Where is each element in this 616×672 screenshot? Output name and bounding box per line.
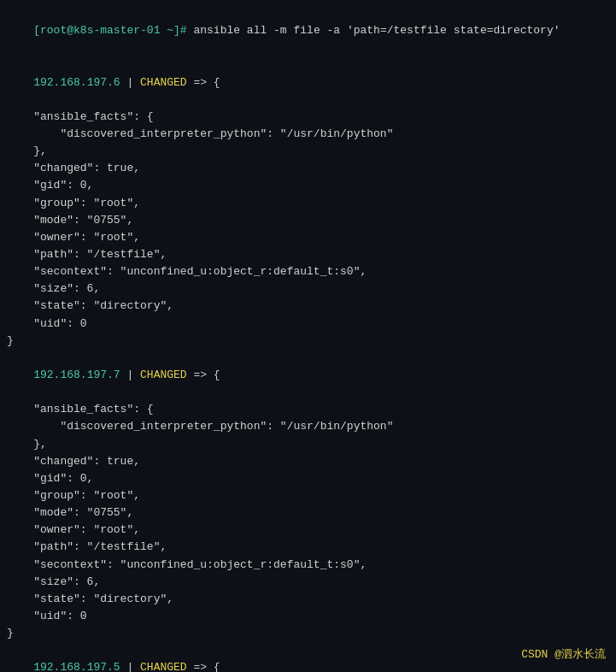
block-1-line-4: "changed": true, bbox=[7, 160, 609, 177]
block-2-line-7: "mode": "0755", bbox=[7, 504, 609, 522]
block-1-line-2: "discovered_interpreter_python": "/usr/b… bbox=[7, 126, 609, 143]
block-2-line-2: "discovered_interpreter_python": "/usr/b… bbox=[7, 418, 609, 435]
block-1-line-1: "ansible_facts": { bbox=[7, 109, 609, 126]
block-2-line-4: "changed": true, bbox=[7, 453, 609, 470]
block-2-line-3: }, bbox=[7, 436, 609, 453]
block-1-line-7: "mode": "0755", bbox=[7, 212, 609, 229]
prompt: [root@k8s-master-01 ~]# bbox=[33, 24, 193, 37]
block-1-line-6: "group": "root", bbox=[7, 195, 609, 212]
block-1-line-3: }, bbox=[7, 143, 609, 160]
block-1-line-11: "size": 6, bbox=[7, 280, 609, 298]
block-2-line-6: "group": "root", bbox=[7, 487, 609, 504]
terminal: [root@k8s-master-01 ~]# ansible all -m f… bbox=[0, 0, 616, 672]
block-1-line-5: "gid": 0, bbox=[7, 177, 609, 194]
block-1-line-12: "state": "directory", bbox=[7, 298, 609, 315]
command-line: [root@k8s-master-01 ~]# ansible all -m f… bbox=[7, 5, 609, 56]
block-2-line-13: "uid": 0 bbox=[7, 608, 609, 625]
block-2-line-8: "owner": "root", bbox=[7, 522, 609, 539]
block-1-close: } bbox=[7, 333, 609, 350]
block-1-line-10: "secontext": "unconfined_u:object_r:defa… bbox=[7, 263, 609, 280]
block-2-line-9: "path": "/testfile", bbox=[7, 539, 609, 556]
command-text: ansible all -m file -a 'path=/testfile s… bbox=[193, 24, 560, 37]
block-2-line-1: "ansible_facts": { bbox=[7, 401, 609, 418]
block-2-line-12: "state": "directory", bbox=[7, 591, 609, 608]
block-1-line-8: "owner": "root", bbox=[7, 229, 609, 246]
block-2-line-11: "size": 6, bbox=[7, 574, 609, 591]
watermark: CSDN @泗水长流 bbox=[521, 646, 606, 662]
block-2-header: 192.168.197.7 | CHANGED => { bbox=[7, 350, 609, 401]
block-1-line-13: "uid": 0 bbox=[7, 315, 609, 333]
block-1-header: 192.168.197.6 | CHANGED => { bbox=[7, 56, 609, 108]
block-1-line-9: "path": "/testfile", bbox=[7, 246, 609, 263]
block-2-line-10: "secontext": "unconfined_u:object_r:defa… bbox=[7, 557, 609, 574]
block-2-close: } bbox=[7, 625, 609, 642]
block-3-header: 192.168.197.5 | CHANGED => { bbox=[7, 642, 609, 672]
block-2-line-5: "gid": 0, bbox=[7, 470, 609, 487]
